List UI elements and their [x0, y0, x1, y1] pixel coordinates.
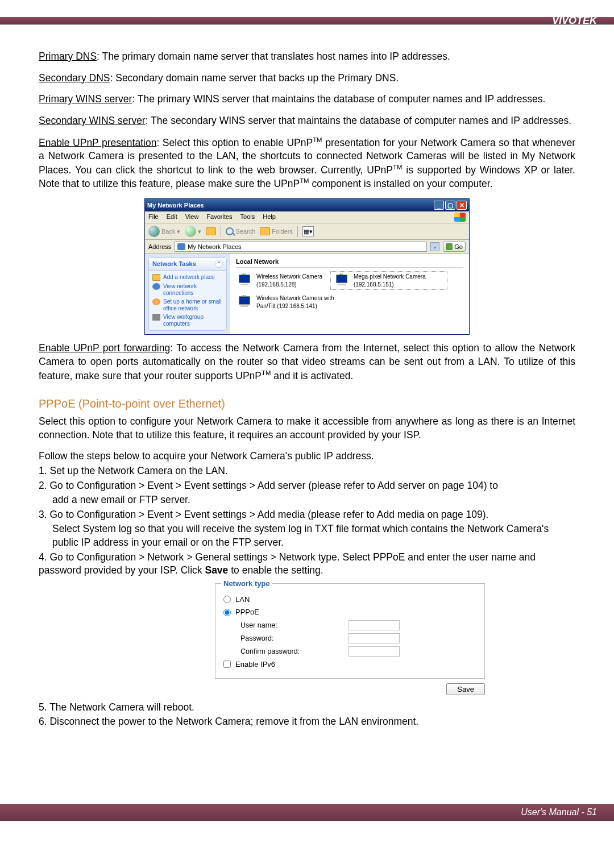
task-view-workgroup[interactable]: View workgroup computers — [152, 313, 223, 328]
upnp-presentation-label: Enable UPnP presentation — [39, 136, 156, 148]
network-places-icon — [177, 243, 185, 250]
upnp-port-fwd-label: Enable UPnP port forwarding — [39, 342, 170, 354]
save-button[interactable]: Save — [446, 683, 485, 695]
para-secondary-dns: Secondary DNS: Secondary domain name ser… — [39, 72, 575, 85]
radio-pppoe[interactable] — [223, 609, 231, 616]
xp-toolbar: Back ▾ ▾ Search Folders ▦▾ — [145, 223, 469, 240]
back-label: Back — [161, 227, 175, 236]
task-setup-network[interactable]: Set up a home or small office network — [152, 297, 223, 313]
menu-help[interactable]: Help — [263, 213, 276, 222]
secondary-dns-text: : Secondary domain name server that back… — [110, 72, 399, 84]
step-3b: Select System log so that you will recei… — [52, 522, 575, 549]
maximize-button[interactable]: ▢ — [445, 201, 455, 210]
step-5: 5. The Network Camera will reboot. — [39, 701, 575, 715]
step-2b: add a new email or FTP server. — [52, 493, 575, 507]
username-input[interactable] — [349, 620, 400, 630]
step-1: 1. Set up the Network Camera on the LAN. — [39, 464, 575, 478]
confirm-password-input[interactable] — [349, 646, 400, 657]
username-label: User name: — [240, 621, 277, 630]
network-tasks-list: Add a network place View network connect… — [149, 271, 226, 330]
upnp-port-fwd-t2: and it is activated. — [271, 369, 353, 381]
network-item-camera-1[interactable]: ⇅ Wireless Network Camera (192.168.5.128… — [236, 271, 325, 290]
network-type-wrapper: Network type LAN PPPoE User name: Passwo… — [215, 583, 485, 695]
address-input[interactable]: My Network Places — [175, 242, 427, 252]
lan-label: LAN — [235, 595, 250, 605]
go-arrow-icon: → — [446, 243, 453, 250]
xp-main-panel: Local Network ⇅ Wireless Network Camera … — [230, 254, 469, 334]
network-item-camera-3[interactable]: ⇅ Wireless Network Camera with Pan/Tilt … — [236, 294, 336, 310]
xp-address-bar: Address My Network Places ⌄ →Go — [145, 240, 469, 254]
go-button[interactable]: →Go — [443, 242, 466, 252]
primary-dns-text: : The primary domain name server that tr… — [97, 51, 450, 62]
network-type-fieldset: Network type LAN PPPoE User name: Passwo… — [215, 583, 485, 679]
menu-view[interactable]: View — [185, 213, 199, 222]
password-label: Password: — [240, 634, 273, 643]
views-button[interactable]: ▦▾ — [302, 226, 314, 236]
radio-lan[interactable] — [223, 596, 231, 603]
step-4: 4. Go to Configuration > Network > Gener… — [39, 551, 575, 578]
menu-file[interactable]: File — [148, 213, 159, 222]
minimize-button[interactable]: _ — [434, 201, 444, 210]
row-confirm-password: Confirm password: — [240, 646, 400, 657]
add-place-icon — [152, 274, 160, 281]
forward-button[interactable]: ▾ — [185, 226, 201, 237]
network-item-camera-2[interactable]: ⇅ Mega-pixel Network Camera (192.168.5.1… — [330, 271, 447, 290]
address-label: Address — [148, 243, 171, 251]
xp-title-bar[interactable]: My Network Places _ ▢ ✕ — [145, 199, 469, 211]
footer-text: User's Manual - 51 — [521, 807, 597, 817]
step-6: 6. Disconnect the power to the Network C… — [39, 715, 575, 729]
camera-icon: ⇅ — [333, 275, 350, 287]
folders-label: Folders — [272, 227, 293, 236]
forward-icon — [185, 226, 196, 237]
page-footer: User's Manual - 51 — [0, 804, 614, 821]
para-upnp-presentation: Enable UPnP presentation: Select this op… — [39, 136, 575, 191]
step-4-save: Save — [205, 564, 228, 576]
task-label: View network connections — [163, 283, 223, 296]
task-label: Set up a home or small office network — [163, 298, 223, 312]
radio-pppoe-row[interactable]: PPPoE — [223, 607, 476, 617]
confirm-password-label: Confirm password: — [240, 647, 300, 657]
menu-edit[interactable]: Edit — [167, 213, 177, 222]
task-add-network-place[interactable]: Add a network place — [152, 273, 223, 282]
steps-block: Follow the steps below to acquire your N… — [39, 450, 575, 578]
close-button[interactable]: ✕ — [457, 201, 467, 210]
chevron-up-icon: ⌃ — [215, 260, 223, 268]
radio-lan-row[interactable]: LAN — [223, 595, 476, 605]
password-input[interactable] — [349, 633, 400, 643]
network-item-label: Wireless Network Camera (192.168.5.128) — [256, 273, 325, 288]
tm-mark: TM — [313, 136, 322, 143]
network-tasks-header[interactable]: Network Tasks ⌃ — [149, 258, 226, 271]
xp-body: Network Tasks ⌃ Add a network place View… — [145, 254, 469, 334]
ipv6-label: Enable IPv6 — [235, 659, 275, 670]
upnp-presentation-t1: : Select this option to enable UPnP — [156, 136, 313, 148]
folders-icon — [260, 227, 270, 235]
xp-menu-bar: File Edit View Favorites Tools Help — [145, 211, 469, 223]
checkbox-ipv6[interactable] — [223, 661, 231, 668]
search-label: Search — [235, 227, 255, 236]
task-view-connections[interactable]: View network connections — [152, 282, 223, 297]
header-rule — [0, 24, 614, 25]
tm-mark: TM — [262, 369, 271, 376]
up-folder-icon[interactable] — [206, 227, 216, 235]
row-password: Password: — [240, 633, 400, 643]
network-item-label: Wireless Network Camera with Pan/Tilt (1… — [256, 294, 336, 310]
menu-favorites[interactable]: Favorites — [206, 213, 232, 222]
tm-mark: TM — [300, 177, 309, 184]
brand-label: VIVOTEK — [552, 15, 597, 27]
page-content: Primary DNS: The primary domain name ser… — [0, 39, 614, 747]
upnp-presentation-t4: component is installed on your computer. — [309, 178, 493, 189]
setup-icon — [152, 298, 160, 305]
pppoe-label: PPPoE — [235, 607, 259, 617]
steps-block-2: 5. The Network Camera will reboot. 6. Di… — [39, 701, 575, 729]
row-username: User name: — [240, 620, 400, 630]
back-button[interactable]: Back ▾ — [148, 226, 180, 237]
checkbox-ipv6-row[interactable]: Enable IPv6 — [223, 659, 476, 670]
camera-icon: ⇅ — [236, 296, 253, 309]
address-dropdown-button[interactable]: ⌄ — [430, 242, 439, 251]
primary-wins-label: Primary WINS server — [39, 93, 132, 105]
menu-tools[interactable]: Tools — [240, 213, 255, 222]
search-button[interactable]: Search — [226, 227, 255, 236]
folders-button[interactable]: Folders — [260, 227, 293, 236]
local-network-header: Local Network — [236, 258, 463, 268]
xp-side-panel: Network Tasks ⌃ Add a network place View… — [145, 254, 230, 334]
